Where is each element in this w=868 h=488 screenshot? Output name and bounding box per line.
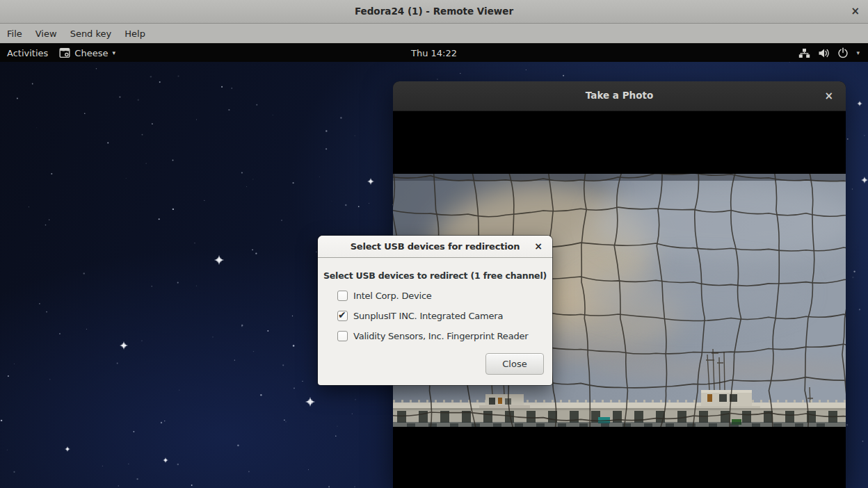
- photo-window-titlebar: Take a Photo ×: [393, 81, 846, 111]
- menu-help[interactable]: Help: [124, 29, 145, 39]
- activities-button[interactable]: Activities: [7, 48, 48, 58]
- usb-device-row-camera[interactable]: ✔ SunplusIT INC. Integrated Camera: [337, 310, 528, 321]
- dialog-heading: Select USB devices to redirect (1 free c…: [318, 270, 552, 281]
- usb-device-label: SunplusIT INC. Integrated Camera: [353, 311, 503, 321]
- remote-viewer-menubar: File View Send key Help: [0, 24, 868, 44]
- photo-window-close-icon[interactable]: ×: [824, 89, 833, 103]
- window-close-icon[interactable]: ×: [851, 5, 860, 17]
- checkbox-camera[interactable]: ✔: [337, 311, 348, 321]
- app-menu-cheese[interactable]: Cheese ▾: [59, 47, 115, 58]
- gnome-top-bar: Activities Cheese ▾ Thu 14:22: [0, 44, 868, 62]
- usb-device-row-intel[interactable]: ✔ Intel Corp. Device: [337, 290, 528, 301]
- usb-device-row-fingerprint[interactable]: ✔ Validity Sensors, Inc. Fingerprint Rea…: [337, 330, 528, 341]
- cheese-app-icon: [59, 47, 70, 58]
- menu-file[interactable]: File: [7, 29, 22, 39]
- dialog-titlebar: Select USB devices for redirection ×: [318, 236, 552, 258]
- caret-down-icon: ▾: [856, 49, 860, 56]
- screen: Fedora24 (1) - Remote Viewer × File View…: [0, 0, 868, 488]
- volume-icon: [818, 48, 830, 58]
- remote-viewer-titlebar: Fedora24 (1) - Remote Viewer ×: [0, 0, 868, 24]
- app-menu-label: Cheese: [74, 48, 108, 58]
- usb-redirection-dialog: Select USB devices for redirection × Sel…: [318, 236, 552, 385]
- caret-down-icon: ▾: [112, 49, 115, 56]
- menu-send-key[interactable]: Send key: [70, 29, 112, 39]
- dialog-title: Select USB devices for redirection: [318, 241, 552, 252]
- usb-device-label: Intel Corp. Device: [353, 291, 432, 301]
- checkmark-icon: ✔: [338, 309, 346, 320]
- window-title: Fedora24 (1) - Remote Viewer: [0, 6, 868, 17]
- clock[interactable]: Thu 14:22: [0, 48, 868, 58]
- desktop: Take a Photo ×: [0, 62, 868, 488]
- photo-window-title: Take a Photo: [393, 90, 846, 101]
- usb-device-label: Validity Sensors, Inc. Fingerprint Reade…: [353, 331, 528, 341]
- checkbox-intel[interactable]: ✔: [337, 291, 348, 301]
- menu-view[interactable]: View: [35, 29, 57, 39]
- usb-device-list: ✔ Intel Corp. Device ✔ SunplusIT INC. In…: [337, 290, 528, 350]
- system-status-area[interactable]: ▾: [798, 44, 860, 62]
- power-icon: [837, 47, 849, 58]
- network-wired-icon: [798, 48, 810, 58]
- dialog-close-icon[interactable]: ×: [534, 241, 542, 252]
- checkbox-fingerprint[interactable]: ✔: [337, 331, 348, 341]
- close-button[interactable]: Close: [485, 353, 544, 375]
